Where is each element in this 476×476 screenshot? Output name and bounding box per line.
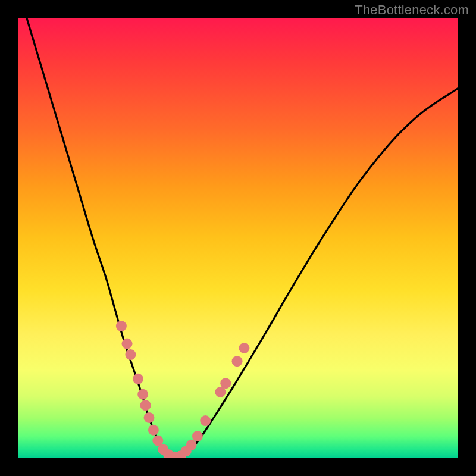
chart-svg (18, 18, 458, 458)
bottleneck-curve (27, 18, 458, 457)
marker-dot (116, 321, 127, 331)
marker-dot (232, 356, 243, 367)
marker-dot (186, 440, 197, 450)
marker-dot (140, 400, 151, 411)
marker-dot (192, 431, 203, 441)
marker-dot (220, 378, 231, 389)
marker-dot (200, 415, 211, 426)
chart-frame: TheBottleneck.com (0, 0, 476, 476)
marker-dot (137, 389, 148, 400)
marker-dot (144, 412, 155, 423)
marker-dot (133, 374, 143, 384)
marker-dot (239, 343, 249, 353)
marker-dot (122, 339, 133, 349)
watermark-label: TheBottleneck.com (355, 2, 469, 18)
marker-group (116, 321, 249, 458)
marker-dot (148, 425, 159, 436)
chart-plot-area (18, 18, 458, 458)
marker-dot (125, 349, 136, 360)
